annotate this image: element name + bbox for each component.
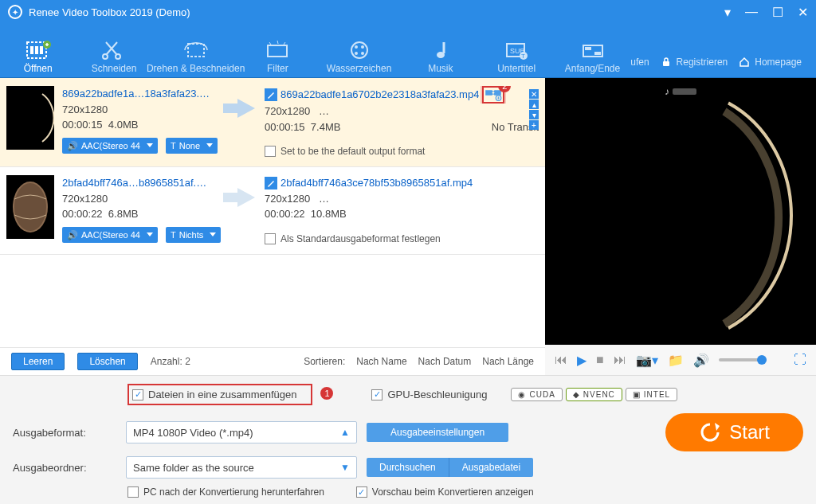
source-resolution: 720x1280: [62, 102, 214, 118]
minimize-icon[interactable]: —: [745, 5, 758, 20]
svg-point-13: [361, 52, 364, 55]
dropdown-icon[interactable]: ▾: [724, 5, 731, 20]
app-logo-icon: [8, 5, 22, 19]
audio-pill[interactable]: 🔊AAC(Stereo 44: [62, 138, 158, 154]
svg-rect-20: [585, 47, 591, 50]
edit-icon[interactable]: [265, 88, 277, 101]
start-button[interactable]: Start: [665, 413, 803, 451]
bottom-panel: Dateien in eine zusammenfügen 1 GPU-Besc…: [0, 375, 816, 504]
arrow-icon: [222, 175, 257, 246]
close-icon[interactable]: ✕: [798, 5, 808, 20]
preview-controls: ⏮ ▶ ■ ⏭ 📷▾ 📁 🔊 ⛶: [545, 345, 816, 375]
source-info: 869a22badfe1a…18a3fafa23.mp4 720x1280 00…: [62, 86, 214, 158]
arrow-icon: [222, 86, 257, 158]
register-link[interactable]: Registrieren: [661, 57, 728, 68]
delete-button[interactable]: Löschen: [77, 353, 137, 370]
watermark-icon: ♪: [665, 86, 696, 97]
output-info: 2bfad4bff746a3ce78bf53b8965851af.mp4 720…: [265, 175, 539, 246]
file-list: 869a22badfe1a…18a3fafa23.mp4 720x1280 00…: [0, 78, 545, 375]
source-filename: 2bfad4bff746a…b8965851af.mp4: [62, 175, 214, 191]
svg-rect-21: [594, 52, 601, 55]
svg-rect-3: [40, 46, 43, 54]
item-down-icon[interactable]: ▾: [529, 110, 539, 119]
subtitle-pill[interactable]: TNichts: [166, 227, 221, 244]
thumbnail[interactable]: [6, 86, 54, 150]
list-footer: Leeren Löschen Anzahl: 2 Sortieren: Nach…: [0, 347, 545, 375]
preview-panel[interactable]: ♪ ▶: [545, 78, 816, 345]
gpu-tag-intel: ▣ INTEL: [626, 388, 677, 401]
svg-point-5: [103, 54, 108, 59]
file-row[interactable]: 2bfad4bff746a…b8965851af.mp4 720x1280 00…: [0, 167, 545, 255]
svg-point-9: [351, 42, 367, 58]
tool-rotate-crop[interactable]: Drehen & Beschneiden: [152, 26, 240, 74]
format-label: Ausgabeformat:: [13, 427, 116, 439]
svg-point-6: [116, 54, 120, 59]
app-title: Renee Video Toolbox 2019 (Demo): [29, 6, 190, 18]
fullscreen-icon[interactable]: ⛶: [794, 353, 806, 367]
tool-subtitle[interactable]: SUBT Untertitel: [479, 26, 555, 74]
tool-open[interactable]: Öffnen: [0, 26, 76, 74]
item-up-icon[interactable]: ▴: [529, 100, 539, 109]
play-icon[interactable]: ▶: [577, 353, 586, 368]
svg-rect-1: [30, 46, 33, 54]
merge-checkbox[interactable]: [132, 389, 143, 400]
snapshot-icon[interactable]: 📷▾: [636, 353, 658, 368]
homepage-link[interactable]: Homepage: [739, 57, 802, 68]
thumbnail[interactable]: [6, 175, 54, 239]
folder-combo[interactable]: Same folder as the source▼: [126, 456, 357, 479]
open-folder-icon[interactable]: 📁: [668, 353, 684, 368]
format-combo[interactable]: MP4 1080P Video (*.mp4)▲: [126, 421, 357, 443]
edit-icon[interactable]: [265, 177, 277, 189]
svg-rect-2: [35, 46, 38, 54]
gpu-tag-cuda: ◉ CUDA: [511, 388, 562, 401]
svg-rect-24: [223, 104, 237, 113]
audio-pill[interactable]: 🔊AAC(Stereo 44: [62, 227, 158, 244]
shutdown-checkbox[interactable]: [128, 486, 139, 498]
svg-text:T: T: [521, 53, 525, 60]
default-format-checkbox[interactable]: [265, 233, 276, 244]
svg-point-12: [355, 52, 358, 55]
next-icon[interactable]: ⏭: [614, 353, 626, 367]
transition-icon[interactable]: 2: [482, 86, 504, 104]
svg-rect-29: [223, 193, 237, 202]
sort-by-name[interactable]: Nach Name: [356, 356, 406, 367]
output-file-button[interactable]: Ausgabedatei: [449, 458, 533, 477]
header-actions: ufen Registrieren Homepage: [630, 57, 816, 74]
main-toolbar: Öffnen Schneiden Drehen & Beschneiden Fi…: [0, 24, 816, 78]
svg-point-11: [361, 45, 364, 49]
svg-rect-23: [6, 86, 54, 150]
prev-icon[interactable]: ⏮: [555, 353, 567, 367]
svg-point-28: [14, 183, 46, 231]
svg-point-10: [355, 45, 358, 49]
volume-slider[interactable]: [719, 358, 767, 361]
item-close-icon[interactable]: ✕: [529, 89, 539, 99]
source-filename: 869a22badfe1a…18a3fafa23.mp4: [62, 86, 214, 102]
tool-start-end[interactable]: Anfang/Ende: [555, 26, 630, 74]
volume-icon[interactable]: 🔊: [693, 353, 709, 368]
subtitle-pill[interactable]: TNone: [166, 138, 218, 154]
item-add-icon[interactable]: +: [529, 120, 539, 130]
tool-filter[interactable]: Filter: [240, 26, 316, 74]
tool-music[interactable]: Musik: [402, 26, 478, 74]
browse-button[interactable]: Durchsuchen: [367, 458, 449, 477]
merge-files-option[interactable]: Dateien in eine zusammenfügen 1: [128, 384, 312, 405]
gpu-tags: ◉ CUDA ◆ NVENC ▣ INTEL: [511, 388, 677, 401]
main-area: 869a22badfe1a…18a3fafa23.mp4 720x1280 00…: [0, 78, 816, 375]
sort-by-date[interactable]: Nach Datum: [418, 356, 472, 367]
output-settings-button[interactable]: Ausgabeeinstellungen: [367, 423, 508, 442]
clear-button[interactable]: Leeren: [11, 353, 65, 370]
window-controls: ▾ — ☐ ✕: [724, 5, 808, 20]
svg-rect-8: [268, 45, 287, 57]
tool-watermark[interactable]: Wasserzeichen: [316, 26, 402, 74]
buy-link[interactable]: ufen: [630, 57, 649, 68]
gpu-checkbox[interactable]: [371, 389, 382, 400]
stop-icon[interactable]: ■: [596, 353, 604, 367]
preview-on-convert-checkbox[interactable]: [356, 486, 367, 498]
file-row[interactable]: 869a22badfe1a…18a3fafa23.mp4 720x1280 00…: [0, 78, 545, 167]
annotation-badge-1: 1: [320, 387, 333, 400]
default-format-checkbox[interactable]: [265, 146, 276, 157]
tool-cut[interactable]: Schneiden: [76, 26, 151, 74]
maximize-icon[interactable]: ☐: [772, 5, 783, 20]
sort-by-length[interactable]: Nach Länge: [482, 356, 534, 367]
folder-label: Ausgabeordner:: [13, 462, 116, 474]
